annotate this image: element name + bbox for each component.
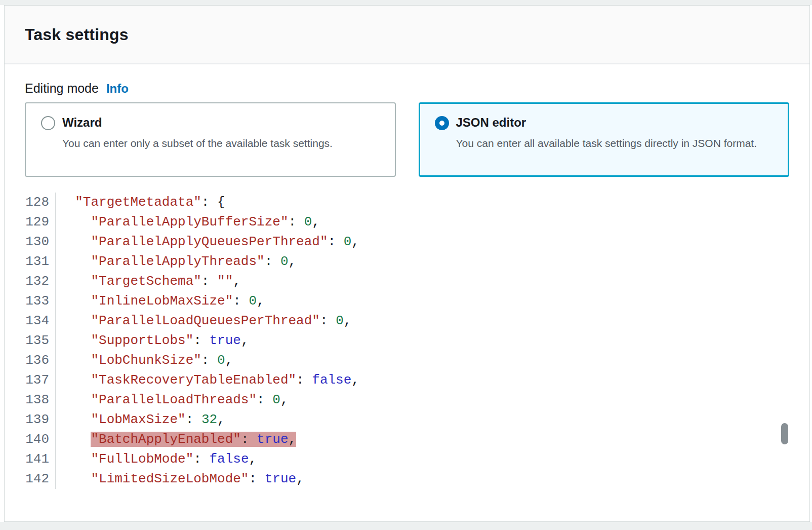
wizard-option-tile[interactable]: Wizard You can enter only a subset of th… [25, 102, 396, 177]
code-line-text: "LobChunkSize": 0, [56, 351, 233, 370]
line-number: 129 [25, 212, 56, 232]
line-number: 138 [25, 390, 56, 410]
code-line-141: 141 "FullLobMode": false, [25, 449, 789, 469]
line-number: 130 [25, 232, 56, 252]
line-number: 132 [25, 272, 56, 291]
wizard-option-text: Wizard You can enter only a subset of th… [62, 116, 333, 164]
code-line-131: 131 "ParallelApplyThreads": 0, [25, 252, 789, 272]
line-number: 140 [25, 430, 56, 449]
code-line-text: "TargetSchema": "", [56, 272, 241, 291]
wizard-option-title: Wizard [62, 116, 333, 130]
code-line-137: 137 "TaskRecoveryTableEnabled": false, [25, 370, 789, 390]
line-number: 131 [25, 252, 56, 272]
page-bottom-margin [0, 522, 812, 530]
task-settings-panel: Task settings Editing mode Info Wizard Y… [4, 5, 810, 522]
json-editor-option-description: You can enter all available task setting… [456, 135, 757, 152]
radio-checked-icon[interactable] [435, 116, 449, 130]
code-line-130: 130 "ParallelApplyQueuesPerThread": 0, [25, 232, 789, 252]
code-line-text: "InlineLobMaxSize": 0, [56, 291, 265, 311]
code-line-text: "TaskRecoveryTableEnabled": false, [56, 370, 359, 390]
json-code-editor[interactable]: 128 "TargetMetadata": {129 "ParallelAppl… [25, 193, 789, 489]
code-line-text: "LobMaxSize": 32, [56, 410, 225, 430]
code-line-140: 140 "BatchApplyEnabled": true, [25, 430, 789, 449]
radio-unchecked-icon[interactable] [41, 116, 55, 130]
line-number: 142 [25, 469, 56, 489]
code-line-text: "ParallelLoadQueuesPerThread": 0, [56, 311, 351, 331]
page-top-margin [0, 0, 812, 5]
line-number: 137 [25, 370, 56, 390]
code-line-text: "ParallelApplyBufferSize": 0, [56, 212, 320, 232]
info-link[interactable]: Info [106, 82, 129, 96]
code-line-text: "LimitedSizeLobMode": true, [56, 469, 304, 489]
code-line-139: 139 "LobMaxSize": 32, [25, 410, 789, 430]
json-editor-option-tile[interactable]: JSON editor You can enter all available … [419, 102, 790, 177]
code-line-135: 135 "SupportLobs": true, [25, 331, 789, 351]
code-line-129: 129 "ParallelApplyBufferSize": 0, [25, 212, 789, 232]
code-line-text: "SupportLobs": true, [56, 331, 249, 351]
page-title: Task settings [25, 25, 129, 44]
code-line-128: 128 "TargetMetadata": { [25, 193, 789, 212]
line-number: 128 [25, 193, 56, 212]
code-line-134: 134 "ParallelLoadQueuesPerThread": 0, [25, 311, 789, 331]
code-lines: 128 "TargetMetadata": {129 "ParallelAppl… [25, 193, 789, 489]
editing-mode-label: Editing mode [25, 81, 99, 96]
panel-body: Editing mode Info Wizard You can enter o… [5, 81, 809, 489]
code-line-138: 138 "ParallelLoadThreads": 0, [25, 390, 789, 410]
code-line-text: "FullLobMode": false, [56, 449, 257, 469]
code-line-133: 133 "InlineLobMaxSize": 0, [25, 291, 789, 311]
line-number: 141 [25, 449, 56, 469]
json-editor-option-text: JSON editor You can enter all available … [456, 116, 757, 164]
line-number: 133 [25, 291, 56, 311]
line-number: 136 [25, 351, 56, 370]
code-line-text: "ParallelApplyQueuesPerThread": 0, [56, 232, 359, 252]
panel-header: Task settings [5, 6, 809, 64]
editor-scrollbar-thumb[interactable] [781, 423, 788, 444]
code-line-text: "TargetMetadata": { [56, 193, 225, 212]
editing-mode-tiles: Wizard You can enter only a subset of th… [25, 102, 789, 177]
wizard-option-description: You can enter only a subset of the avail… [62, 135, 333, 152]
line-number: 135 [25, 331, 56, 351]
code-line-132: 132 "TargetSchema": "", [25, 272, 789, 291]
editing-mode-row: Editing mode Info [25, 81, 789, 96]
code-line-text: "ParallelLoadThreads": 0, [56, 390, 289, 410]
line-number: 134 [25, 311, 56, 331]
code-line-142: 142 "LimitedSizeLobMode": true, [25, 469, 789, 489]
line-number: 139 [25, 410, 56, 430]
json-editor-option-title: JSON editor [456, 116, 757, 130]
code-line-text: "ParallelApplyThreads": 0, [56, 252, 296, 272]
code-line-text: "BatchApplyEnabled": true, [56, 430, 296, 449]
code-line-136: 136 "LobChunkSize": 0, [25, 351, 789, 370]
highlighted-code: "BatchApplyEnabled": true, [91, 432, 296, 447]
